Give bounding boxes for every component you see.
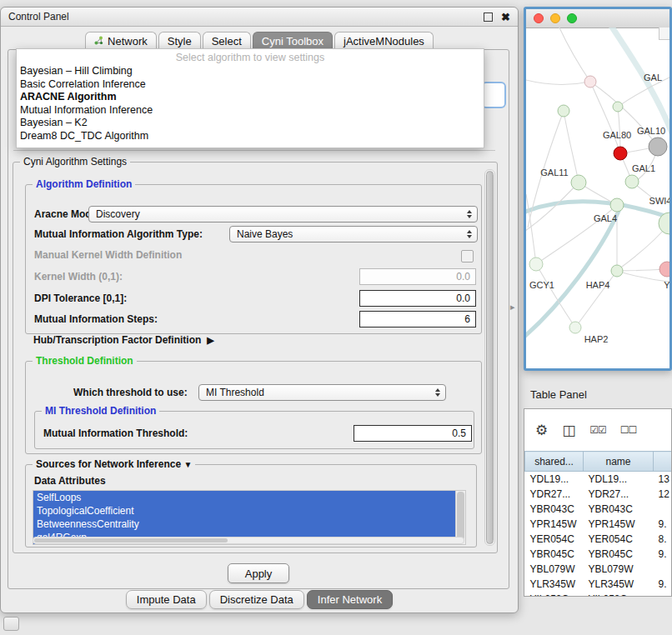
network-node[interactable] — [613, 102, 623, 112]
tab-label: Cyni Toolbox — [262, 35, 323, 48]
collapse-down-icon[interactable]: ▼ — [183, 460, 192, 469]
sources-expander[interactable]: Sources for Network Inference ▼ — [33, 458, 195, 470]
network-node[interactable] — [611, 265, 623, 277]
which-threshold-select[interactable]: MI Threshold — [198, 384, 446, 401]
dropdown-prompt: Select algorithm to view settings — [17, 51, 484, 65]
kernel-width-field[interactable]: 0.0 — [359, 268, 476, 285]
show-columns-icon[interactable]: ◫ — [562, 423, 575, 438]
network-node[interactable] — [659, 262, 669, 277]
deselect-all-rows-icon[interactable]: ☐☐ — [620, 425, 637, 435]
network-node[interactable] — [584, 76, 596, 88]
table-column-header[interactable]: name — [584, 452, 654, 472]
aracne-mode-select[interactable]: Discovery — [88, 206, 478, 222]
mi-steps-field[interactable]: 6 — [359, 311, 476, 328]
panel-divider-handle[interactable]: ▸ — [510, 302, 515, 312]
network-edge — [526, 79, 590, 84]
table-row[interactable]: YBR043CYBR043C — [525, 502, 672, 517]
algorithm-option[interactable]: Mutual Information Inference — [17, 104, 484, 118]
attribute-item[interactable]: SelfLoops — [33, 491, 455, 504]
control-panel-window: Control Panel ✖ NetworkStyleSelectCyni T… — [0, 7, 519, 613]
close-icon[interactable]: ✖ — [501, 12, 510, 22]
tab-label: Style — [168, 35, 192, 48]
table-cell: 13 — [654, 472, 672, 488]
table-cell: 8. — [654, 532, 672, 547]
float-window-icon[interactable] — [484, 12, 493, 22]
algorithm-option[interactable]: Basic Correlation Inference — [17, 78, 484, 92]
expand-right-icon[interactable]: ▶ — [207, 335, 213, 346]
algorithm-option[interactable]: Dream8 DC_TDC Algorithm — [17, 130, 484, 143]
bottom-tab-impute-data[interactable]: Impute Data — [126, 590, 207, 609]
group-title: Threshold Definition — [33, 355, 137, 367]
table-cell: YIL052C — [525, 592, 584, 597]
manual-kernel-checkbox[interactable] — [461, 250, 474, 262]
table-toolbar: ⚙ ◫ ☑☑ ☐☐ — [524, 409, 671, 451]
network-node[interactable] — [649, 138, 667, 156]
dpi-tolerance-field[interactable]: 0.0 — [359, 290, 476, 307]
mi-type-select[interactable]: Naive Bayes — [229, 226, 478, 242]
table-cell: YBR045C — [584, 547, 654, 562]
kernel-width-label: Kernel Width (0,1): — [34, 268, 123, 285]
table-row[interactable]: YDL19...YDL19...13 — [525, 472, 672, 488]
bottom-tab-infer-network[interactable]: Infer Network — [307, 590, 393, 609]
table-header-row[interactable]: shared...name — [525, 452, 672, 472]
collapsed-panel-icon[interactable] — [3, 617, 19, 631]
algorithm-combo-fragment[interactable] — [481, 82, 506, 108]
algorithm-option[interactable]: Bayesian – K2 — [17, 117, 484, 130]
spinner-arrows-icon — [467, 210, 472, 218]
table-cell — [654, 592, 672, 597]
attribute-list-hscrollbar[interactable] — [33, 537, 464, 544]
table-column-header[interactable]: shared... — [525, 452, 584, 472]
attribute-item[interactable]: BetweennessCentrality — [33, 518, 455, 531]
table-row[interactable]: YLR345WYLR345W9. — [525, 577, 672, 592]
minimize-traffic-light-icon[interactable] — [550, 13, 560, 23]
network-scrollbar-stub[interactable] — [659, 28, 669, 40]
network-window-titlebar[interactable] — [526, 9, 669, 28]
kernel-width-value: 0.0 — [456, 271, 470, 282]
table-cell: YDL19... — [525, 472, 584, 488]
network-node[interactable] — [614, 147, 627, 160]
network-node-label: SWI4 — [649, 196, 669, 206]
table-row[interactable]: YPR145WYPR145W9. — [525, 517, 672, 532]
apply-button[interactable]: Apply — [228, 563, 289, 583]
bottom-tab-discretize-data[interactable]: Discretize Data — [209, 590, 304, 609]
table-settings-gear-icon[interactable]: ⚙ — [535, 423, 548, 438]
network-node[interactable] — [571, 175, 586, 190]
attribute-item[interactable]: TopologicalCoefficient — [33, 504, 455, 518]
mi-threshold-field[interactable]: 0.5 — [354, 425, 472, 442]
data-attributes-label: Data Attributes — [34, 475, 106, 487]
table-row[interactable]: YBL079WYBL079W — [525, 562, 672, 577]
table-row[interactable]: YER054CYER054C8. — [525, 532, 672, 547]
network-tab-icon — [94, 35, 103, 48]
network-node[interactable] — [558, 105, 569, 117]
network-node[interactable] — [610, 198, 624, 212]
settings-scrollbar[interactable] — [484, 169, 495, 546]
network-canvas[interactable]: GALGAL80GAL10GAL11GAL1SWI4GAL4GCY1HAP4YH… — [526, 28, 669, 368]
zoom-traffic-light-icon[interactable] — [567, 13, 577, 23]
table-cell: 9. — [654, 577, 672, 592]
select-all-rows-icon[interactable]: ☑☑ — [589, 425, 606, 435]
table-cell: YER054C — [525, 532, 584, 547]
table-row[interactable]: YDR27...YDR27...12 — [525, 487, 672, 502]
network-node[interactable] — [529, 258, 543, 271]
table-cell: YDR27... — [584, 487, 654, 502]
table-cell — [654, 562, 672, 577]
control-panel-titlebar[interactable]: Control Panel ✖ — [1, 8, 518, 27]
table-panel-window: ⚙ ◫ ☑☑ ☐☐ shared...name YDL19...YDL19...… — [524, 408, 672, 597]
network-node[interactable] — [569, 322, 581, 333]
table-cell: YBL079W — [584, 562, 654, 577]
algorithm-option[interactable]: ARACNE Algorithm — [17, 91, 484, 104]
table-panel-title: Table Panel — [530, 388, 587, 401]
algorithm-option[interactable]: Bayesian – Hill Climbing — [17, 65, 484, 78]
table-column-header[interactable] — [654, 452, 672, 472]
which-threshold-value: MI Threshold — [206, 387, 264, 398]
network-canvas-container[interactable]: GALGAL80GAL10GAL11GAL1SWI4GAL4GCY1HAP4YH… — [526, 28, 669, 368]
hub-definition-expander[interactable]: Hub/Transcription Factor Definition ▶ — [33, 334, 214, 346]
table-row[interactable]: YIL052CYIL052C — [525, 592, 672, 597]
close-traffic-light-icon[interactable] — [534, 13, 544, 23]
table-body: YDL19...YDL19...13YDR27...YDR27...12YBR0… — [525, 472, 672, 598]
node-table: shared...name YDL19...YDL19...13YDR27...… — [524, 451, 672, 597]
table-cell: YBL079W — [525, 562, 584, 577]
table-row[interactable]: YBR045CYBR045C9. — [525, 547, 672, 562]
group-title: Algorithm Definition — [33, 178, 135, 190]
network-node[interactable] — [625, 175, 639, 188]
